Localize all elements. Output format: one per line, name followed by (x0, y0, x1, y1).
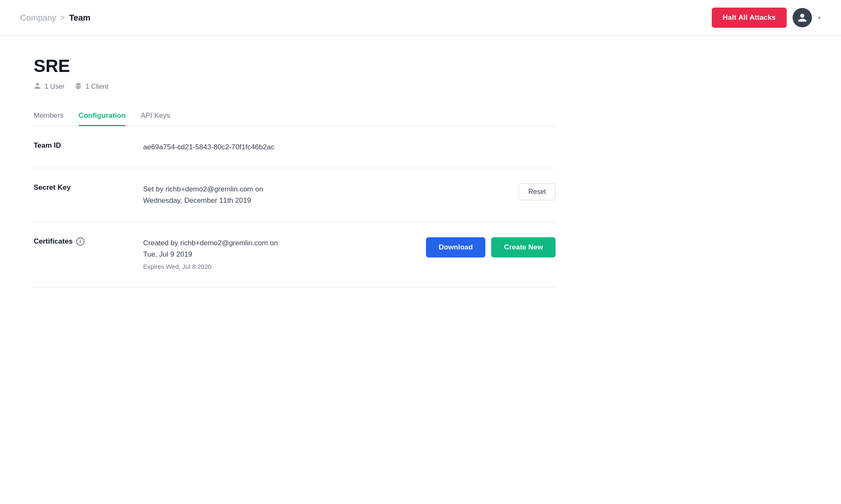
certificates-label: Certificates i (34, 237, 143, 246)
chevron-down-icon[interactable]: ▾ (818, 14, 821, 21)
breadcrumb-company-link[interactable]: Company (20, 13, 56, 23)
user-count-label: 1 User (45, 83, 64, 90)
certificates-info-icon: i (76, 237, 85, 246)
tab-configuration[interactable]: Configuration (79, 106, 125, 126)
team-id-label: Team ID (34, 141, 143, 150)
tab-api-keys[interactable]: API Keys (141, 106, 170, 126)
breadcrumb-separator: > (61, 13, 65, 22)
secret-key-label: Secret Key (34, 183, 143, 192)
team-id-value: ae69a754-cd21-5843-80c2-70f1fc46b2ac (143, 141, 556, 153)
user-count-meta: 1 User (34, 82, 64, 91)
certificates-expires: Expires Wed, Jul 8 2020 (143, 262, 416, 272)
team-id-row: Team ID ae69a754-cd21-5843-80c2-70f1fc46… (34, 126, 556, 168)
client-count-label: 1 Client (85, 83, 108, 90)
breadcrumb-current: Team (69, 13, 90, 23)
secret-key-row: Secret Key Set by richb+demo2@gremlin.co… (34, 168, 556, 222)
user-meta-icon (34, 82, 41, 91)
secret-key-value: Set by richb+demo2@gremlin.com onWednesd… (143, 183, 508, 206)
header: Company > Team Halt All Attacks ▾ (0, 0, 841, 36)
team-title: SRE (34, 56, 556, 76)
team-meta: 1 User 1 Client (34, 82, 556, 91)
user-avatar-button[interactable] (793, 8, 812, 27)
certificates-actions: Download Create New (426, 237, 556, 257)
breadcrumb: Company > Team (20, 13, 90, 23)
certificates-created: Created by richb+demo2@gremlin.com onTue… (143, 237, 416, 260)
certificates-value: Created by richb+demo2@gremlin.com onTue… (143, 237, 416, 272)
reset-button[interactable]: Reset (519, 183, 556, 200)
header-actions: Halt All Attacks ▾ (712, 8, 821, 28)
tab-members[interactable]: Members (34, 106, 64, 126)
layers-meta-icon (75, 82, 82, 91)
create-new-button[interactable]: Create New (491, 237, 556, 257)
certificates-row: Certificates i Created by richb+demo2@gr… (34, 222, 556, 287)
client-count-meta: 1 Client (75, 82, 108, 91)
tabs-nav: Members Configuration API Keys (34, 106, 556, 126)
main-content: SRE 1 User 1 Client Members Configuratio… (0, 36, 589, 308)
download-button[interactable]: Download (426, 237, 485, 257)
halt-all-attacks-button[interactable]: Halt All Attacks (712, 8, 787, 28)
secret-key-actions: Reset (519, 183, 556, 200)
user-avatar-icon (797, 13, 807, 23)
